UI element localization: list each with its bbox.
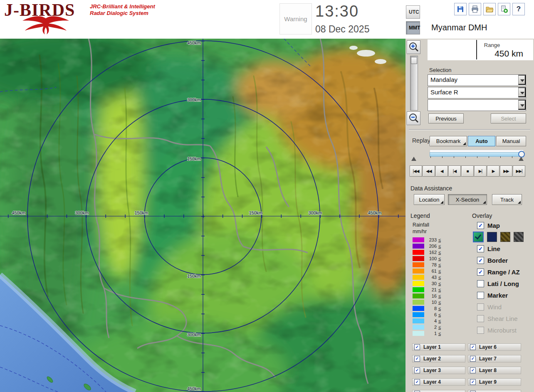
zoom-out-button[interactable]: [407, 111, 420, 125]
play-backward-button[interactable]: ◀: [435, 165, 448, 177]
overlay-item-range-az[interactable]: ✓Range / AZ: [477, 266, 533, 278]
legend-le-symbol: ≤: [438, 281, 441, 286]
stop-button[interactable]: ■: [461, 165, 474, 177]
seek-start-button[interactable]: |◀◀: [410, 165, 422, 177]
map-style-terrain-swatch[interactable]: [473, 232, 484, 242]
checkbox-layer-1[interactable]: ✓: [414, 344, 420, 350]
map-style-olive-swatch[interactable]: [500, 232, 510, 242]
overlay-item-lati-long[interactable]: Lati / Long: [477, 278, 533, 289]
legend-row: 4≤: [413, 318, 441, 324]
play-forward-button[interactable]: ▶: [487, 165, 499, 177]
overlay-item-wind[interactable]: Wind: [477, 301, 533, 313]
checkbox-layer-4[interactable]: ✓: [414, 379, 420, 385]
timeline-end-marker[interactable]: [519, 157, 524, 161]
layer-row-layer-1[interactable]: ✓Layer 1: [412, 343, 465, 351]
checkbox-range-az[interactable]: ✓: [477, 269, 484, 276]
x-section-button[interactable]: X-Section: [448, 194, 487, 205]
product-dropdown[interactable]: Surface R: [428, 87, 526, 99]
layer-row-layer-8[interactable]: ✓Layer 8: [468, 367, 521, 374]
checkbox-layer-9[interactable]: ✓: [470, 379, 476, 385]
fast-forward-button[interactable]: ▶▶: [500, 165, 512, 177]
track-button[interactable]: Track: [492, 194, 522, 205]
checkbox-border[interactable]: ✓: [477, 257, 484, 264]
zoom-slider[interactable]: [410, 56, 418, 111]
layer-row-layer-7[interactable]: ✓Layer 7: [468, 355, 521, 362]
legend-color-swatch: [413, 250, 424, 255]
legend-scale: 233≤206≤162≤100≤78≤61≤43≤30≤21≤16≤10≤8≤6…: [413, 237, 441, 336]
layer-row-layer-3[interactable]: ✓Layer 3: [412, 367, 465, 374]
utc-button[interactable]: UTC: [406, 5, 420, 19]
print-button[interactable]: [469, 3, 481, 15]
overlay-item-label-range-az: Range / AZ: [487, 269, 520, 276]
legend-row: 16≤: [413, 293, 441, 299]
map-style-dark-swatch[interactable]: [487, 232, 497, 242]
seek-end-button[interactable]: ▶▶|: [513, 165, 525, 177]
layer-row-layer-6[interactable]: ✓Layer 6: [468, 343, 521, 351]
fast-rewind-button[interactable]: ◀◀: [423, 165, 435, 177]
legend-value: 61: [427, 269, 437, 274]
export-button[interactable]: [498, 3, 510, 15]
location-button[interactable]: Location: [414, 194, 445, 205]
auto-button[interactable]: Auto: [468, 136, 495, 146]
map-style-swatches: [473, 231, 533, 243]
checkbox-map[interactable]: ✓: [477, 222, 484, 229]
zoom-slider-thumb[interactable]: [411, 57, 417, 64]
checkbox-lati-long[interactable]: [477, 280, 484, 287]
legend-le-symbol: ≤: [438, 287, 441, 292]
select-button[interactable]: Select: [491, 113, 526, 123]
layer-row-layer-2[interactable]: ✓Layer 2: [412, 355, 465, 362]
warning-panel[interactable]: Warning: [279, 3, 312, 35]
checkbox-marker[interactable]: [477, 292, 484, 299]
magnifier-plus-icon: [408, 42, 420, 53]
step-forward-button[interactable]: ▶|: [474, 165, 487, 177]
checkbox-layer-2[interactable]: ✓: [414, 356, 420, 362]
legend-le-symbol: ≤: [438, 275, 441, 280]
overlay-item-border[interactable]: ✓Border: [477, 254, 533, 266]
overlay-item-microburst[interactable]: Microburst: [477, 324, 533, 336]
layer-row-layer-9[interactable]: ✓Layer 9: [468, 378, 521, 386]
checkbox-shear-line[interactable]: [477, 315, 484, 322]
zoom-in-button[interactable]: [407, 40, 420, 54]
layer-label-layer-3: Layer 3: [423, 367, 441, 373]
radar-map[interactable]: 450km 300km 150km 150km 300km 450km 450k…: [0, 39, 405, 392]
manual-button[interactable]: Manual: [496, 136, 526, 146]
overlay-item-marker[interactable]: Marker: [477, 289, 533, 301]
help-button[interactable]: ?: [512, 3, 525, 15]
map-style-gray-swatch[interactable]: [514, 232, 524, 242]
range-display: Range 450 km: [428, 39, 533, 60]
replay-timeline-slider[interactable]: [430, 150, 524, 158]
legend-color-swatch: [413, 275, 424, 280]
legend-value: 1: [427, 331, 437, 336]
previous-button[interactable]: Previous: [428, 113, 464, 123]
option-dropdown[interactable]: [428, 99, 526, 111]
step-back-button[interactable]: |◀: [448, 165, 461, 177]
layer-row-partial: [468, 390, 521, 392]
legend-value: 6: [427, 312, 437, 317]
legend-row: 6≤: [413, 311, 441, 318]
legend-row: 162≤: [413, 249, 441, 255]
station-dropdown[interactable]: Mandalay: [428, 74, 526, 86]
checkbox-layer-8[interactable]: ✓: [470, 367, 476, 373]
chevron-down-icon[interactable]: [518, 87, 526, 97]
checkbox-layer-3[interactable]: ✓: [414, 367, 420, 373]
range-label: 450km: [187, 40, 201, 45]
legend-title-unit: mm/hr: [413, 229, 427, 234]
save-button[interactable]: [454, 3, 467, 15]
range-label: 300km: [75, 210, 89, 215]
mmt-button[interactable]: MMT: [406, 21, 420, 35]
overlay-item-shear-line[interactable]: Shear Line: [477, 313, 533, 324]
chevron-down-icon[interactable]: [518, 75, 526, 85]
checkbox-wind[interactable]: [477, 303, 484, 311]
bookmark-button[interactable]: Bookmark: [430, 136, 467, 146]
checkbox-line[interactable]: ✓: [477, 245, 484, 252]
legend-label: Legend: [410, 212, 430, 219]
open-button[interactable]: [483, 3, 496, 15]
layer-row-layer-4[interactable]: ✓Layer 4: [412, 378, 465, 386]
overlay-item-map[interactable]: ✓Map: [477, 219, 533, 231]
chevron-down-icon[interactable]: [518, 100, 526, 110]
overlay-item-line[interactable]: ✓Line: [477, 243, 533, 254]
checkbox-layer-7[interactable]: ✓: [470, 356, 476, 362]
checkbox-layer-6[interactable]: ✓: [470, 344, 476, 350]
checkbox-microburst[interactable]: [477, 327, 484, 334]
timeline-start-marker[interactable]: [411, 157, 416, 161]
